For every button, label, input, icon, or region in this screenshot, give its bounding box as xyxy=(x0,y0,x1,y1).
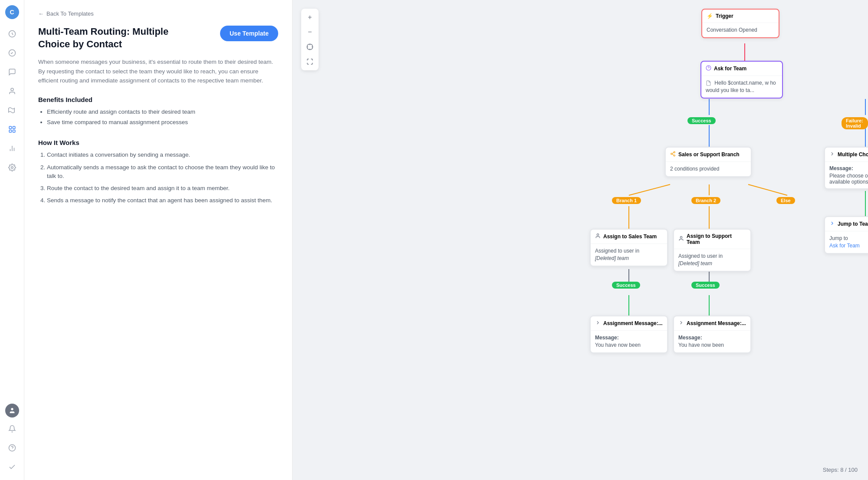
benefit-item: Efficiently route and assign contacts to… xyxy=(47,108,278,116)
multi-choice-icon xyxy=(829,151,835,158)
notifications-icon[interactable] xyxy=(4,421,20,437)
svg-point-10 xyxy=(11,167,13,169)
assign-support-team: [Deleted] team xyxy=(678,260,712,266)
trigger-icon: ⚡ xyxy=(707,13,713,19)
jump-to-body: Jump to Ask for Team xyxy=(825,231,868,253)
assign-support-icon xyxy=(678,236,684,243)
assignment-support-msg-label: Message: xyxy=(678,334,746,342)
svg-rect-3 xyxy=(9,126,11,128)
branch-split-icon xyxy=(670,151,676,158)
assign-support-header: Assign to Support Team xyxy=(674,230,750,249)
svg-rect-4 xyxy=(13,126,15,128)
tasks-icon[interactable] xyxy=(4,459,20,475)
steps-counter: Steps: 8 / 100 xyxy=(823,467,858,473)
sidebar-item-dashboard[interactable] xyxy=(4,26,20,42)
sales-support-branch-node[interactable]: Sales or Support Branch 2 conditions pro… xyxy=(665,147,752,177)
multi-choice-msg-label: Message: xyxy=(829,165,868,171)
assignment-support-header: Assignment Message:... xyxy=(674,316,750,331)
svg-point-38 xyxy=(674,155,675,156)
assign-support-label: Assign to Support Team xyxy=(687,233,746,245)
back-to-templates-link[interactable]: ← Back To Templates xyxy=(38,10,278,17)
assign-sales-label: Assign to Sales Team xyxy=(603,233,657,240)
how-it-works-title: How It Works xyxy=(38,139,278,146)
sidebar-item-reports[interactable] xyxy=(4,102,20,118)
assignment-sales-msg-body: You have now been xyxy=(595,342,663,349)
assign-support-body: Assigned to user in [Deleted] team xyxy=(674,249,750,271)
template-description: When someone messages your business, it'… xyxy=(38,57,278,85)
jump-to-node[interactable]: Jump to Team Question Jump to Ask for Te… xyxy=(824,216,868,254)
ask-node-body: Hello $contact.name, w ho would you like… xyxy=(701,76,782,98)
fullscreen-button[interactable] xyxy=(303,55,317,69)
benefit-item: Save time compared to manual assignment … xyxy=(47,118,278,127)
svg-line-39 xyxy=(672,154,674,155)
assignment-sales-body: Message: You have now been xyxy=(591,331,667,352)
panel-header: Multi-Team Routing: Multiple Choice by C… xyxy=(38,26,278,50)
svg-line-24 xyxy=(629,184,670,195)
svg-rect-6 xyxy=(13,130,15,132)
ask-for-team-node[interactable]: Ask for Team Hello $contact.name, w ho w… xyxy=(700,61,783,99)
sidebar-item-contacts[interactable] xyxy=(4,83,20,99)
sidebar-item-inbox[interactable] xyxy=(4,45,20,61)
step-item: Automatically sends a message to ask the… xyxy=(47,163,278,181)
zoom-in-button[interactable]: + xyxy=(303,10,317,24)
step-item: Route the contact to the desired team an… xyxy=(47,184,278,193)
assign-sales-node[interactable]: Assign to Sales Team Assigned to user in… xyxy=(590,229,668,266)
svg-point-36 xyxy=(674,151,675,153)
how-it-works-list: Contact initiates a conversation by send… xyxy=(38,151,278,208)
sidebar-item-automation[interactable] xyxy=(4,122,20,137)
assignment-msg-support-node[interactable]: Assignment Message:... Message: You have… xyxy=(673,316,751,353)
sidebar-item-settings[interactable] xyxy=(4,160,20,175)
sidebar: C xyxy=(0,0,24,480)
use-template-button[interactable]: Use Template xyxy=(220,26,278,41)
zoom-out-button[interactable]: − xyxy=(303,25,317,39)
left-panel: ← Back To Templates Multi-Team Routing: … xyxy=(24,0,293,480)
page-title: Multi-Team Routing: Multiple Choice by C… xyxy=(38,26,186,50)
svg-point-41 xyxy=(597,234,598,236)
help-icon[interactable] xyxy=(4,440,20,456)
assign-sales-header: Assign to Sales Team xyxy=(591,230,667,244)
assign-support-node[interactable]: Assign to Support Team Assigned to user … xyxy=(673,229,751,272)
else-badge-container: Else xyxy=(776,196,795,204)
multi-choice-msg-body: Please choose one of the available optio… xyxy=(829,173,868,185)
sidebar-item-analytics[interactable] xyxy=(4,141,20,156)
multi-choice-body: Message: Please choose one of the availa… xyxy=(825,162,868,188)
branch1-badge: Branch 1 xyxy=(612,197,641,204)
benefits-list: Efficiently route and assign contacts to… xyxy=(38,108,278,129)
sidebar-avatar[interactable]: C xyxy=(5,5,19,19)
assignment-sales-label: Assignment Message:... xyxy=(603,320,663,326)
crosshair-button[interactable] xyxy=(303,40,317,54)
back-link-label: Back To Templates xyxy=(46,10,94,17)
branch1-badge-container: Branch 1 xyxy=(612,196,641,204)
svg-point-37 xyxy=(671,153,672,155)
branch-header-label: Sales or Support Branch xyxy=(678,151,740,158)
multiple-choice-node[interactable]: Multiple Choice Instru... Message: Pleas… xyxy=(824,147,868,189)
success-label: Success xyxy=(687,117,716,124)
user-avatar[interactable] xyxy=(5,404,19,418)
assignment-msg-sales-node[interactable]: Assignment Message:... Message: You have… xyxy=(590,316,668,353)
failure-badge: Failure: Invalid xyxy=(842,116,868,129)
trigger-node-header: ⚡ Trigger xyxy=(702,10,779,23)
svg-point-42 xyxy=(680,237,682,238)
assignment-support-icon xyxy=(678,320,684,327)
canvas-panel: + − xyxy=(293,0,868,480)
assignment-sales-msg-label: Message: xyxy=(595,334,663,342)
svg-rect-5 xyxy=(9,130,11,132)
assignment-sales-header: Assignment Message:... xyxy=(591,316,667,331)
trigger-node[interactable]: ⚡ Trigger Conversation Opened xyxy=(701,9,779,38)
branch2-badge-container: Branch 2 xyxy=(691,196,720,204)
jump-to-link[interactable]: Ask for Team xyxy=(829,243,860,249)
jump-icon xyxy=(829,220,835,227)
svg-line-26 xyxy=(748,184,787,195)
step-item: Sends a message to notify the contact th… xyxy=(47,196,278,205)
assign-sales-team: [Deleted] team xyxy=(595,255,629,261)
success-sales-badge: Success xyxy=(612,282,640,289)
trigger-node-body: Conversation Opened xyxy=(702,23,779,37)
multi-choice-label: Multiple Choice Instru... xyxy=(838,151,868,158)
success-sales-badge-container: Success xyxy=(612,281,640,289)
back-arrow-icon: ← xyxy=(38,10,44,17)
assign-sales-icon xyxy=(595,233,601,240)
assignment-sales-icon xyxy=(595,320,601,327)
trigger-header-label: Trigger xyxy=(716,13,733,19)
sidebar-item-chat[interactable] xyxy=(4,64,20,80)
jump-to-header: Jump to Team Question xyxy=(825,217,868,231)
